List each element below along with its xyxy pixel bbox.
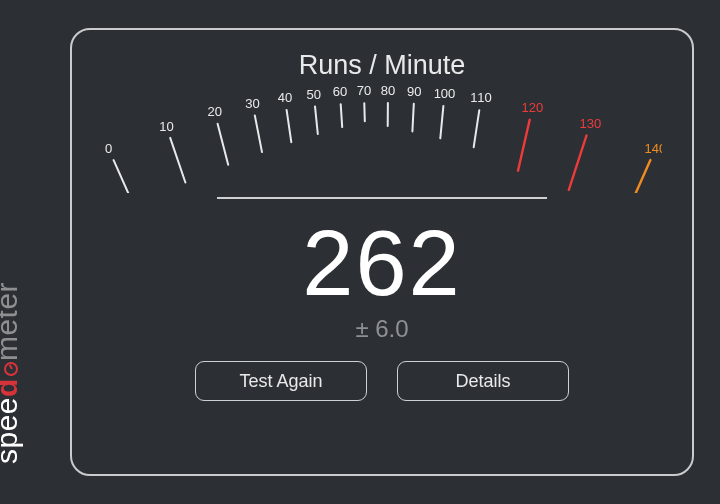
gauge-tick-label: 100 <box>434 86 456 101</box>
logo-part-spee: spee <box>0 397 23 464</box>
gauge-tick-label: 60 <box>333 84 347 99</box>
metric-title: Runs / Minute <box>72 50 692 81</box>
gauge-tick-label: 110 <box>470 90 492 105</box>
divider <box>217 197 547 199</box>
action-buttons: Test Again Details <box>72 361 692 401</box>
gauge-tick-label: 70 <box>357 83 371 98</box>
gauge-tick <box>114 160 135 193</box>
gauge-tick-label: 140 <box>644 141 662 156</box>
gauge-tick-label: 80 <box>381 83 395 98</box>
gauge-tick-label: 30 <box>245 96 259 111</box>
gauge-tick <box>364 103 365 121</box>
confidence-interval: ± 6.0 <box>72 315 692 343</box>
logo-part-meter: meter <box>0 282 23 361</box>
gauge-tick-label: 50 <box>306 87 320 102</box>
gauge-tick-label: 40 <box>278 90 292 105</box>
logo-part-d: d <box>0 378 23 397</box>
gauge: 0102030405060708090100110120130140 <box>102 83 662 193</box>
gauge-tick <box>440 106 443 138</box>
gauge-tick <box>518 120 530 171</box>
gauge-tick <box>341 104 343 127</box>
details-button[interactable]: Details <box>397 361 569 401</box>
gauge-tick <box>315 106 318 134</box>
gauge-tick-label: 130 <box>579 116 601 131</box>
gauge-tick-label: 0 <box>105 141 112 156</box>
gauge-tick-label: 10 <box>159 119 173 134</box>
gauge-tick <box>569 136 587 190</box>
gauge-tick <box>170 138 185 183</box>
results-card: Runs / Minute 01020304050607080901001101… <box>70 28 694 476</box>
gauge-tick-label: 20 <box>207 104 221 119</box>
gauge-tick <box>218 124 229 165</box>
gauge-tick <box>287 110 292 142</box>
clock-icon <box>4 362 18 376</box>
gauge-tick <box>623 160 651 193</box>
test-again-button[interactable]: Test Again <box>195 361 367 401</box>
gauge-tick <box>474 110 480 147</box>
gauge-tick-label: 120 <box>522 100 544 115</box>
gauge-tick <box>255 115 262 152</box>
speedometer-logo: speedmeter <box>0 282 24 464</box>
gauge-tick <box>412 104 413 132</box>
score-value: 262 <box>72 217 692 309</box>
gauge-tick-label: 90 <box>407 84 421 99</box>
